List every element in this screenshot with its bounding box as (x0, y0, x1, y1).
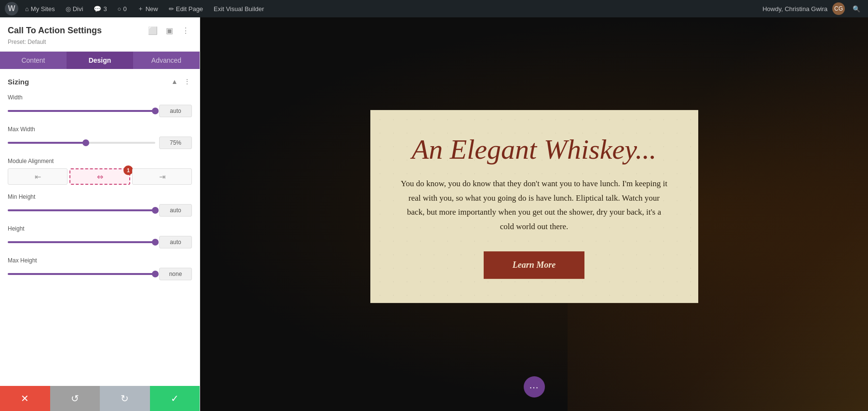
width-slider-track[interactable] (8, 110, 155, 112)
align-center-btn[interactable]: ⇔ 1 (69, 168, 130, 185)
more-options-icon[interactable]: ⋮ (179, 24, 192, 37)
tabs-row: Content Design Advanced (0, 52, 200, 69)
alignment-row: ⇤ ⇔ 1 ⇥ (8, 168, 192, 185)
align-left-icon: ⇤ (35, 172, 41, 181)
align-right-btn[interactable]: ⇥ (132, 168, 192, 185)
max-width-slider-row: 75% (8, 137, 192, 149)
main-layout: Call To Action Settings ⬜ ▣ ⋮ Preset: De… (0, 17, 868, 411)
module-alignment-label: Module Alignment (8, 158, 192, 164)
max-height-slider-row: none (8, 268, 192, 280)
panel-content: Sizing ▲ ⋮ Width auto Max (0, 69, 200, 386)
tab-content[interactable]: Content (0, 52, 67, 69)
min-height-slider-row: auto (8, 204, 192, 217)
redo-button[interactable]: ↻ (100, 386, 150, 411)
plus-icon: ＋ (137, 4, 144, 13)
admin-bar-bubbles[interactable]: ○ 0 (114, 0, 131, 17)
height-slider-fill (8, 241, 155, 243)
admin-bar-left: W ⌂ My Sites ◎ Divi 💬 3 ○ 0 ＋ New ✏ Edit… (5, 0, 762, 17)
panel-preset: Preset: Default (8, 39, 192, 45)
divi-icon: ◎ (66, 5, 71, 13)
min-height-slider-track[interactable] (8, 209, 155, 211)
width-slider-thumb[interactable] (152, 108, 159, 114)
max-width-slider-track[interactable] (8, 142, 155, 144)
min-height-slider-thumb[interactable] (152, 207, 159, 214)
control-max-width: Max Width 75% (8, 126, 192, 149)
panel-title: Call To Action Settings (8, 26, 102, 36)
settings-panel: Call To Action Settings ⬜ ▣ ⋮ Preset: De… (0, 17, 200, 411)
align-center-icon: ⇔ (97, 172, 103, 181)
width-value[interactable]: auto (159, 105, 192, 117)
avatar[interactable]: CG (832, 2, 845, 15)
width-label: Width (8, 94, 192, 101)
section-header-sizing: Sizing ▲ ⋮ (8, 77, 192, 86)
min-height-slider-fill (8, 209, 155, 211)
section-title-sizing: Sizing (8, 78, 29, 86)
control-width: Width auto (8, 94, 192, 117)
tab-design[interactable]: Design (67, 52, 133, 69)
panel-header: Call To Action Settings ⬜ ▣ ⋮ Preset: De… (0, 17, 200, 52)
max-height-slider-thumb[interactable] (152, 271, 159, 277)
house-icon: ⌂ (25, 5, 29, 13)
max-width-slider-fill (8, 142, 86, 144)
pencil-icon: ✏ (169, 5, 174, 13)
control-module-alignment: Module Alignment ⇤ ⇔ 1 ⇥ (8, 158, 192, 185)
search-icon[interactable]: 🔍 (850, 2, 863, 15)
alignment-badge: 1 (123, 165, 133, 175)
min-height-value[interactable]: auto (159, 204, 192, 217)
admin-bar-new[interactable]: ＋ New (134, 0, 162, 17)
panel-title-row: Call To Action Settings ⬜ ▣ ⋮ (8, 24, 192, 37)
cancel-button[interactable]: ✕ (0, 386, 50, 411)
wordpress-logo[interactable]: W (5, 2, 18, 15)
cta-learn-more-button[interactable]: Learn More (484, 251, 585, 279)
expand-icon[interactable]: ▣ (163, 24, 176, 37)
admin-bar-divi[interactable]: ◎ Divi (62, 0, 87, 17)
admin-bar-exit-builder[interactable]: Exit Visual Builder (210, 0, 268, 17)
howdy-text: Howdy, Christina Gwira (762, 5, 827, 13)
comment-icon: 💬 (94, 5, 101, 13)
height-slider-row: auto (8, 236, 192, 248)
admin-bar-comments[interactable]: 💬 3 (90, 0, 110, 17)
width-slider-row: auto (8, 105, 192, 117)
align-right-icon: ⇥ (159, 172, 165, 181)
height-value[interactable]: auto (159, 236, 192, 248)
action-bar: ✕ ↺ ↻ ✓ (0, 386, 200, 411)
confirm-button[interactable]: ✓ (150, 386, 200, 411)
section-more-btn[interactable]: ⋮ (182, 77, 192, 86)
panel-title-icons: ⬜ ▣ ⋮ (147, 24, 192, 37)
admin-bar-right: Howdy, Christina Gwira CG 🔍 (762, 2, 863, 15)
preview-area: An Elegant Whiskey... You do know, you d… (200, 17, 868, 411)
max-width-slider-thumb[interactable] (82, 139, 89, 146)
max-height-slider-fill (8, 273, 155, 275)
min-height-label: Min Height (8, 193, 192, 200)
bubble-icon: ○ (118, 5, 122, 13)
cta-body: You do know, you do know that they don't… (399, 177, 669, 234)
floating-dots-button[interactable]: ··· (524, 376, 545, 397)
align-left-btn[interactable]: ⇤ (8, 168, 68, 185)
control-min-height: Min Height auto (8, 193, 192, 217)
height-slider-track[interactable] (8, 241, 155, 243)
height-slider-thumb[interactable] (152, 239, 159, 246)
control-max-height: Max Height none (8, 257, 192, 280)
admin-bar-mysites[interactable]: ⌂ My Sites (21, 0, 59, 17)
max-height-slider-track[interactable] (8, 273, 155, 275)
tab-advanced[interactable]: Advanced (133, 52, 200, 69)
max-height-value[interactable]: none (159, 268, 192, 280)
max-height-label: Max Height (8, 257, 192, 264)
admin-bar-edit-page[interactable]: ✏ Edit Page (165, 0, 207, 17)
collapse-icon[interactable]: ⬜ (147, 24, 159, 37)
cta-card: An Elegant Whiskey... You do know, you d… (370, 110, 698, 303)
admin-bar: W ⌂ My Sites ◎ Divi 💬 3 ○ 0 ＋ New ✏ Edit… (0, 0, 868, 17)
max-width-value[interactable]: 75% (159, 137, 192, 149)
section-collapse-btn[interactable]: ▲ (170, 77, 179, 86)
control-height: Height auto (8, 225, 192, 248)
undo-button[interactable]: ↺ (50, 386, 100, 411)
cta-title: An Elegant Whiskey... (399, 134, 669, 165)
section-header-controls: ▲ ⋮ (170, 77, 192, 86)
width-slider-fill (8, 110, 155, 112)
height-label: Height (8, 225, 192, 232)
max-width-label: Max Width (8, 126, 192, 133)
